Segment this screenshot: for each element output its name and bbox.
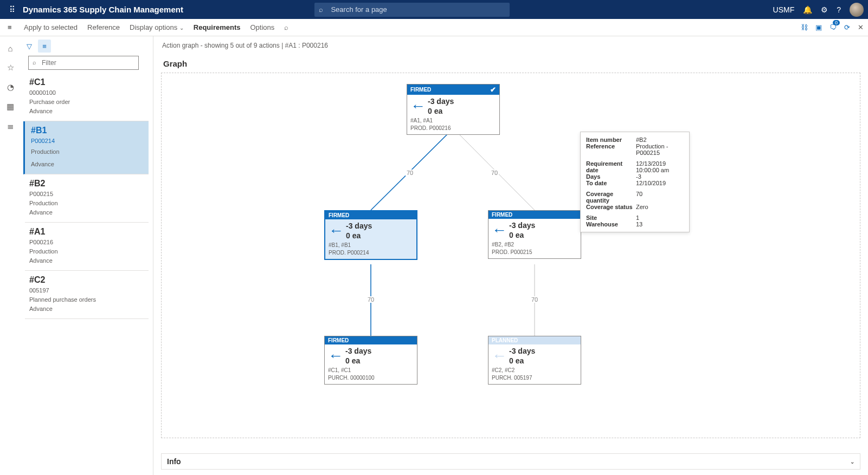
list-item[interactable]: #C1 00000100 Purchase order Advance	[25, 73, 149, 121]
office-icon[interactable]: ▣	[815, 23, 822, 31]
topbar-right: USMF 🔔 ⚙ ?	[773, 3, 864, 17]
filter-tool-icon[interactable]: ▽	[23, 40, 36, 53]
arrow-left-icon: ←	[410, 102, 426, 111]
breadcrumb: Action graph - showing 5 out of 9 action…	[153, 36, 868, 55]
cmd-requirements[interactable]: Requirements	[194, 23, 241, 31]
cmd-apply[interactable]: Apply to selected	[24, 23, 78, 31]
chevron-down-icon: ⌄	[179, 25, 184, 31]
list-item[interactable]: #B1 P000214 Production Advance	[23, 121, 149, 174]
chevron-down-icon: ⌄	[850, 459, 854, 465]
info-panel: Info ⌄	[161, 453, 860, 470]
card-code: #C2	[29, 275, 144, 285]
modules-icon[interactable]: ≣	[7, 121, 14, 131]
recent-icon[interactable]: ◔	[7, 82, 14, 92]
list-item[interactable]: #A1 P000216 Production Advance	[25, 223, 149, 271]
link-icon[interactable]: ⛓	[801, 23, 808, 31]
edge-label: 70	[367, 296, 375, 303]
card-code: #A1	[29, 227, 144, 237]
card-code: #B1	[31, 126, 144, 135]
list-item[interactable]: #B2 P000215 Production Advance	[25, 174, 149, 223]
favorites-icon[interactable]: ☆	[7, 63, 14, 73]
main-content: Action graph - showing 5 out of 9 action…	[153, 36, 868, 475]
app-title: Dynamics 365 Supply Chain Management	[23, 5, 183, 14]
sidebar: ▽ ≡ ⌕ #C1 00000100 Purchase order Advanc…	[21, 36, 153, 475]
refresh-icon[interactable]: ⟳	[844, 23, 850, 31]
info-header[interactable]: Info ⌄	[162, 454, 860, 469]
nav-rail: ⌂ ☆ ◔ ▦ ≣	[0, 36, 21, 475]
arrow-left-icon: ←	[492, 226, 507, 235]
edge-label: 70	[406, 170, 414, 176]
graph-node-c1[interactable]: FIRMED ←-3 days0 ea #C1, #C1PURCH. 00000…	[324, 336, 417, 385]
check-icon: ✔	[490, 86, 496, 94]
search-box[interactable]: ⌕	[314, 3, 510, 17]
app-launcher-icon[interactable]: ⠿	[4, 5, 20, 15]
cmd-display[interactable]: Display options ⌄	[130, 23, 184, 31]
workspaces-icon[interactable]: ▦	[7, 102, 14, 112]
hamburger-icon[interactable]: ≡	[8, 23, 12, 31]
search-input[interactable]	[314, 3, 510, 17]
graph-canvas[interactable]: 70 70 70 70 FIRMED✔ ←-3 days0 ea #A1, #A…	[161, 73, 860, 438]
command-bar: ≡ Apply to selected Reference Display op…	[0, 19, 868, 36]
close-icon[interactable]: ✕	[858, 23, 864, 31]
avatar[interactable]	[850, 3, 864, 17]
filter-input[interactable]	[28, 56, 139, 70]
card-code: #C1	[29, 77, 144, 87]
graph-node-b1[interactable]: FIRMED ←-3 days0 ea #B1, #B1PROD. P00021…	[324, 210, 417, 260]
card-code: #B2	[29, 179, 144, 188]
notifications-icon[interactable]: 🔔	[803, 5, 812, 14]
messages-icon[interactable]: 🗨	[830, 23, 837, 31]
horizontal-scrollbar[interactable]	[161, 441, 860, 450]
arrow-left-icon: ←	[492, 352, 507, 361]
graph-node-b2[interactable]: FIRMED ←-3 days0 ea #B2, #B2PROD. P00021…	[488, 210, 581, 259]
list-item[interactable]: #C2 005197 Planned purchase orders Advan…	[25, 271, 149, 319]
cmd-reference[interactable]: Reference	[87, 23, 120, 31]
help-icon[interactable]: ?	[837, 5, 841, 14]
graph-node-c2[interactable]: PLANNED ←-3 days0 ea #C2, #C2PURCH. 0051…	[488, 336, 581, 385]
settings-icon[interactable]: ⚙	[821, 5, 828, 14]
panel-title: Graph	[161, 55, 860, 73]
list-tool-icon[interactable]: ≡	[38, 40, 51, 53]
edge-label: 70	[530, 296, 539, 303]
cmd-options[interactable]: Options	[250, 23, 274, 31]
graph-node-a1[interactable]: FIRMED✔ ←-3 days0 ea #A1, #A1PROD. P0002…	[407, 84, 500, 135]
filter-search-icon: ⌕	[33, 59, 36, 66]
home-icon[interactable]: ⌂	[8, 44, 12, 53]
arrow-left-icon: ←	[329, 226, 344, 236]
cmd-search-icon[interactable]: ⌕	[284, 23, 288, 31]
topbar: ⠿ Dynamics 365 Supply Chain Management ⌕…	[0, 0, 868, 19]
tooltip: Item number#B2 ReferenceProduction - P00…	[580, 132, 690, 232]
entity-label[interactable]: USMF	[773, 5, 795, 14]
search-icon: ⌕	[319, 5, 323, 14]
arrow-left-icon: ←	[328, 352, 343, 361]
edge-label: 70	[490, 170, 499, 176]
